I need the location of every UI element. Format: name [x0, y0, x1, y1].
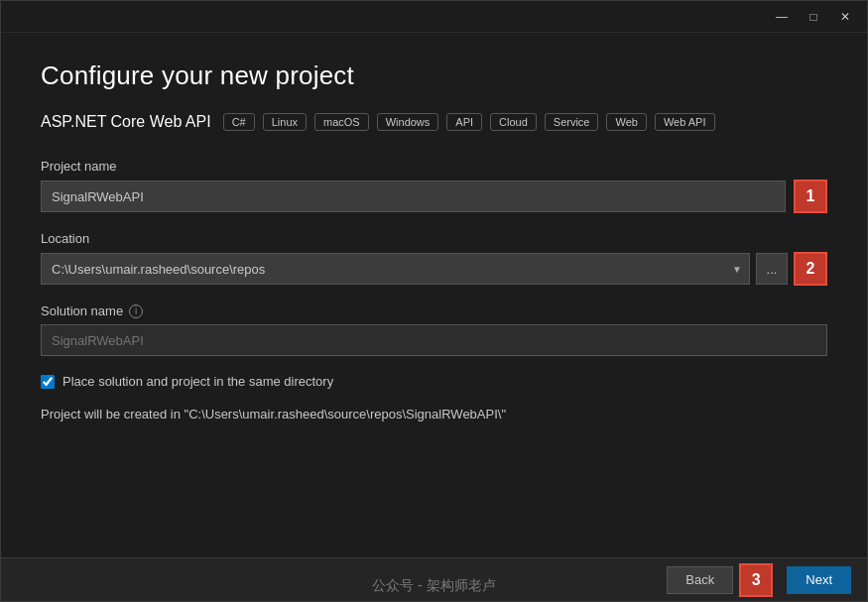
- bottom-right-controls: Back 3 Next: [667, 563, 851, 597]
- watermark: 公众号 - 架构师老卢: [372, 577, 495, 595]
- project-name-input[interactable]: [41, 181, 786, 212]
- tag-windows: Windows: [377, 113, 439, 131]
- tag-linux: Linux: [263, 113, 307, 131]
- project-name-row: 1: [41, 180, 827, 213]
- tag-cloud: Cloud: [490, 113, 537, 131]
- location-row: C:\Users\umair.rasheed\source\repos ▼ ..…: [41, 252, 827, 286]
- annotation-badge-2: 2: [794, 252, 827, 286]
- tag-webapi: Web API: [655, 113, 715, 131]
- tag-api: API: [446, 113, 482, 131]
- tag-web: Web: [606, 113, 646, 131]
- project-path-info: Project will be created in "C:\Users\uma…: [41, 407, 827, 421]
- annotation-badge-1: 1: [794, 180, 827, 213]
- project-name-section: Project name 1: [41, 159, 827, 213]
- location-section: Location C:\Users\umair.rasheed\source\r…: [41, 231, 827, 286]
- same-directory-checkbox[interactable]: [41, 375, 55, 389]
- annotation-badge-3: 3: [739, 563, 773, 597]
- maximize-button[interactable]: □: [800, 7, 827, 27]
- tag-service: Service: [545, 113, 599, 131]
- location-label: Location: [41, 231, 827, 246]
- location-input-wrap: C:\Users\umair.rasheed\source\repos ▼: [41, 253, 750, 285]
- close-button[interactable]: ✕: [831, 7, 859, 27]
- minimize-button[interactable]: —: [768, 7, 796, 27]
- solution-info-icon[interactable]: i: [129, 304, 143, 318]
- title-bar: — □ ✕: [1, 1, 867, 33]
- configure-project-window: — □ ✕ Configure your new project ASP.NET…: [0, 0, 868, 602]
- template-name: ASP.NET Core Web API: [41, 113, 211, 131]
- solution-name-label: Solution name i: [41, 303, 827, 318]
- bottom-bar: 公众号 - 架构师老卢 Back 3 Next: [1, 557, 867, 601]
- tag-macos: macOS: [314, 113, 369, 131]
- project-name-label: Project name: [41, 159, 827, 174]
- same-directory-row: Place solution and project in the same d…: [41, 374, 827, 389]
- same-directory-label: Place solution and project in the same d…: [62, 374, 333, 389]
- tag-csharp: C#: [223, 113, 255, 131]
- location-select[interactable]: C:\Users\umair.rasheed\source\repos: [41, 253, 750, 285]
- next-button[interactable]: Next: [787, 566, 851, 594]
- main-content: Configure your new project ASP.NET Core …: [1, 33, 867, 601]
- template-info: ASP.NET Core Web API C# Linux macOS Wind…: [41, 113, 827, 131]
- solution-name-section: Solution name i: [41, 303, 827, 356]
- browse-button[interactable]: ...: [756, 253, 788, 285]
- back-button[interactable]: Back: [667, 566, 733, 594]
- solution-name-input[interactable]: [41, 324, 827, 356]
- title-bar-controls: — □ ✕: [768, 7, 859, 27]
- page-title: Configure your new project: [41, 60, 827, 91]
